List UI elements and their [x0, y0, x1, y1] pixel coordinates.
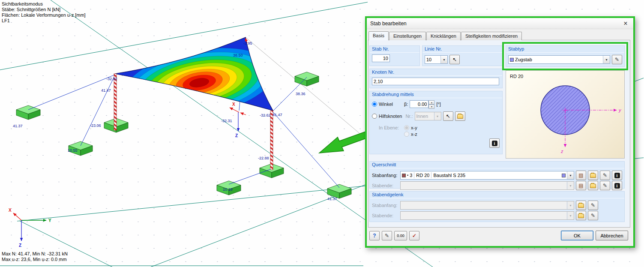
spin-down-icon[interactable]: ▾: [428, 105, 434, 109]
chevron-down-icon: ▾: [567, 182, 574, 189]
hilfsknoten-select: Innen ▾: [415, 112, 441, 120]
origin-axes: X Y Z: [9, 208, 51, 248]
svg-text:Z: Z: [235, 133, 238, 138]
force-label: -32.62: [260, 113, 271, 117]
querschnitt-anfang-select[interactable]: • 3 RD 20 Baustahl S 235 ▾: [400, 171, 574, 180]
info-line: Sichtbarkeitsmodus: [2, 1, 86, 7]
status-line: Max N: 41.47, Min N: -32.31 kN: [2, 251, 68, 257]
section-drawing: y z: [506, 71, 624, 158]
section-name: RD 20: [416, 173, 429, 178]
bullet-icon: •: [407, 173, 408, 177]
group-title: Querschnitt: [370, 162, 624, 168]
beta-input[interactable]: [410, 100, 428, 108]
edit-icon: ✎: [385, 233, 389, 239]
support-blocks: [16, 72, 351, 198]
force-label: 41.47: [101, 88, 111, 93]
callout-arrow: [319, 131, 371, 153]
knoten-nr-input[interactable]: [372, 78, 499, 85]
new-gelenk-anfang-button[interactable]: [576, 201, 586, 210]
help-button[interactable]: ?: [369, 231, 380, 240]
info-button[interactable]: i: [489, 138, 500, 148]
chevron-down-icon[interactable]: ▾: [440, 56, 447, 63]
divider: [431, 172, 431, 178]
winkel-radio-input[interactable]: [372, 102, 377, 107]
plane-xz-radio[interactable]: x-z: [404, 132, 417, 137]
edit-section-button-end[interactable]: ✎: [600, 181, 610, 190]
winkel-label: Winkel: [379, 102, 393, 107]
section-info-button-end[interactable]: i: [612, 181, 622, 190]
svg-text:Z: Z: [19, 243, 21, 248]
new-section-button-end[interactable]: [588, 181, 598, 190]
edit-stabtyp-button[interactable]: ✎: [612, 55, 622, 64]
material-color-swatch: [562, 174, 566, 177]
force-label: 10.55: [68, 148, 78, 153]
force-label: -32.92: [106, 77, 117, 81]
comment-button[interactable]: ✎: [382, 231, 392, 240]
force-label: 41.47: [273, 113, 282, 117]
info-line: LF1: [2, 18, 86, 24]
beta-label: β:: [404, 102, 408, 107]
stabanfang-label: Stabanfang:: [372, 203, 398, 208]
chevron-down-icon[interactable]: ▾: [603, 56, 610, 63]
stabtyp-select[interactable]: Zugstab ▾: [508, 55, 610, 64]
stab-nr-input[interactable]: [372, 54, 390, 62]
group-querschnitt: Querschnitt Stabanfang: • 3 RD 20 Bausta…: [369, 161, 625, 189]
close-icon[interactable]: ×: [621, 20, 630, 27]
contour-plot: [103, 26, 283, 128]
folder-icon: [578, 214, 584, 218]
tab-steifigkeiten[interactable]: Steifigkeiten modifizieren: [461, 32, 522, 40]
edit-gelenk-ende-button[interactable]: ✎: [588, 211, 598, 220]
group-title: Linie Nr.: [422, 46, 502, 53]
cancel-button[interactable]: Abbrechen: [596, 231, 628, 240]
force-label: 41.37: [327, 197, 337, 201]
pick-node-button[interactable]: ↖: [443, 111, 453, 121]
section-library-button[interactable]: ▤: [576, 171, 586, 180]
folder-icon: [578, 204, 584, 208]
pick-icon: ↖: [446, 113, 450, 119]
new-node-button[interactable]: [455, 111, 465, 121]
units-button[interactable]: 0.00: [394, 231, 407, 240]
ok-button[interactable]: OK: [561, 231, 593, 240]
force-label: -22.88: [258, 156, 269, 160]
plane-xy-radio[interactable]: x-y: [404, 125, 417, 130]
querschnitt-ende-select: ▾: [400, 181, 574, 190]
edit-section-button[interactable]: ✎: [600, 171, 610, 180]
svg-text:X: X: [232, 102, 235, 107]
edit-member-dialog: Stab bearbeiten × Basis Einstellungen Kn…: [365, 16, 635, 248]
library-icon: ▤: [578, 172, 583, 178]
section-preview-panel: RD 20 y z: [506, 70, 625, 159]
group-stab-nr: Stab Nr.: [369, 45, 420, 66]
edit-gelenk-anfang-button[interactable]: ✎: [588, 201, 598, 210]
edit-icon: ✎: [603, 172, 607, 178]
hilfsknoten-radio-input[interactable]: [372, 114, 377, 119]
tab-knicklaengen[interactable]: Knicklängen: [426, 32, 461, 40]
edit-icon: ✎: [591, 202, 595, 208]
selected-value: 10: [426, 57, 431, 62]
info-line: Stäbe: Schnittgrößen N [kN]: [2, 7, 86, 12]
force-label: 10.19: [223, 187, 233, 192]
divider: [414, 172, 414, 178]
linie-nr-select[interactable]: 10 ▾: [425, 55, 448, 64]
apply-check-button[interactable]: ✓: [409, 231, 419, 240]
group-stabendgelenk: Stabendgelenk Stabanfang: ▾ ✎ Stabende:: [369, 191, 625, 222]
selected-value: Zugstab: [515, 57, 532, 62]
section-number: 3: [410, 173, 412, 178]
group-title: Stabdrehung mittels: [370, 91, 502, 98]
chevron-down-icon[interactable]: ▾: [567, 171, 574, 179]
section-info-button[interactable]: i: [612, 171, 622, 180]
group-title: Stabtyp: [506, 46, 624, 53]
force-label: -2.95: [243, 41, 252, 45]
dialog-titlebar[interactable]: Stab bearbeiten ×: [367, 18, 633, 29]
winkel-radio[interactable]: Winkel: [372, 102, 393, 107]
material-name: Baustahl S 235: [433, 173, 560, 178]
tab-einstellungen[interactable]: Einstellungen: [389, 32, 426, 40]
hilfsknoten-radio[interactable]: Hilfsknoten: [372, 114, 402, 119]
new-gelenk-ende-button[interactable]: [576, 211, 586, 220]
app-window: X Z X Y Z Sichtbarkeitsmodus Stäbe: Schn…: [0, 0, 644, 267]
new-section-button[interactable]: [588, 171, 598, 180]
section-library-button-end[interactable]: ▤: [576, 181, 586, 190]
pick-line-button[interactable]: ↖: [449, 55, 460, 64]
chevron-down-icon: ▾: [567, 201, 574, 209]
spin-up-icon[interactable]: ▴: [428, 100, 434, 105]
tab-basis[interactable]: Basis: [368, 31, 389, 40]
